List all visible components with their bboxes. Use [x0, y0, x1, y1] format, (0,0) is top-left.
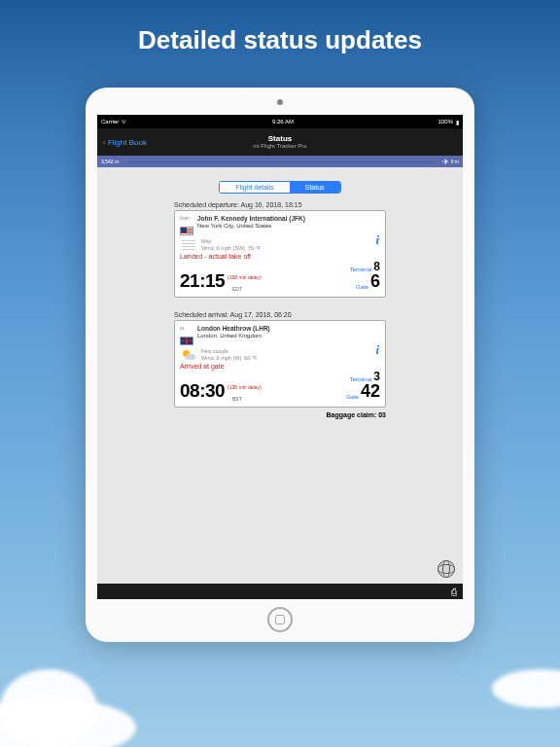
- direction-label: from: [180, 215, 193, 221]
- direction-label: to: [180, 325, 193, 331]
- wind-label: Wind: 6 mph (W): [201, 355, 241, 361]
- departure-scheduled: Scheduled departure: Aug 16, 2018, 18:15: [174, 201, 386, 208]
- bottom-toolbar: ⎙: [97, 584, 463, 599]
- arrival-scheduled: Scheduled arrival: Aug 17, 2018, 06:20: [174, 311, 386, 318]
- progress-line: [126, 161, 436, 162]
- tab-flight-details[interactable]: Flight details: [220, 182, 289, 193]
- globe-button[interactable]: [438, 560, 455, 578]
- segmented-control: Flight details Status: [219, 181, 340, 194]
- airport-name: John F. Kennedy International (JFK): [197, 215, 305, 223]
- nav-subtitle: mi Flight Tracker Pro: [253, 143, 306, 150]
- share-button[interactable]: ⎙: [451, 587, 457, 597]
- flag-us-icon: [180, 227, 193, 235]
- departure-status: Landed - actual take off: [180, 253, 380, 260]
- flag-uk-icon: [180, 337, 193, 345]
- cloud-decoration: [0, 698, 136, 747]
- city-name: New York City, United States: [197, 223, 305, 230]
- battery-label: 100%: [438, 119, 453, 124]
- distance-remaining: 0 m: [451, 159, 459, 164]
- weather-condition: Few clouds: [201, 348, 258, 354]
- home-button[interactable]: [267, 607, 293, 632]
- gate-num: 42: [361, 382, 380, 400]
- airport-name: London Heathrow (LHR): [197, 325, 270, 333]
- back-button[interactable]: ‹ Flight Book: [103, 138, 147, 147]
- baggage-claim: Baggage claim: 03: [174, 411, 386, 418]
- departure-delay: (168 min delay): [228, 274, 261, 280]
- tab-status[interactable]: Status: [290, 182, 340, 193]
- arrival-delay: (135 min delay): [228, 384, 261, 390]
- temp-label: 76 °F: [248, 245, 261, 251]
- battery-icon: ▮: [456, 119, 459, 125]
- screen: Carrier ᯤ 9:26 AM 100% ▮ ‹ Flight Book S…: [97, 115, 463, 599]
- city-name: London, United Kingdom: [197, 333, 270, 339]
- weather-condition: Mist: [201, 238, 261, 244]
- clouds-icon: [182, 350, 195, 360]
- promo-headline: Detailed status updates: [0, 0, 560, 73]
- departure-card: from John F. Kennedy International (JFK)…: [174, 210, 386, 298]
- nav-title: Status: [253, 134, 306, 144]
- nav-bar: ‹ Flight Book Status mi Flight Tracker P…: [97, 128, 463, 156]
- temp-label: 60 °F: [244, 355, 257, 361]
- cloud-decoration: [492, 669, 560, 708]
- arrival-card: to London Heathrow (LHR) London, United …: [174, 320, 386, 408]
- status-time: 9:26 AM: [272, 119, 294, 124]
- wifi-icon: ᯤ: [122, 119, 127, 124]
- ipad-frame: Carrier ᯤ 9:26 AM 100% ▮ ‹ Flight Book S…: [86, 88, 474, 642]
- arrival-status: Arrived at gate: [180, 363, 380, 370]
- wind-label: Wind: 6 mph (SW): [201, 245, 245, 251]
- mist-icon: [182, 240, 195, 250]
- carrier-label: Carrier: [101, 119, 119, 124]
- gate-num: 6: [370, 272, 380, 290]
- arrival-time: 08:30: [180, 381, 225, 400]
- departure-time: 21:15: [180, 271, 225, 290]
- ios-status-bar: Carrier ᯤ 9:26 AM 100% ▮: [97, 115, 463, 128]
- info-button[interactable]: i: [375, 232, 379, 248]
- info-button[interactable]: i: [375, 342, 379, 358]
- flight-progress: 3,542 m 0 m: [97, 156, 463, 167]
- distance-flown: 3,542 m: [101, 159, 119, 164]
